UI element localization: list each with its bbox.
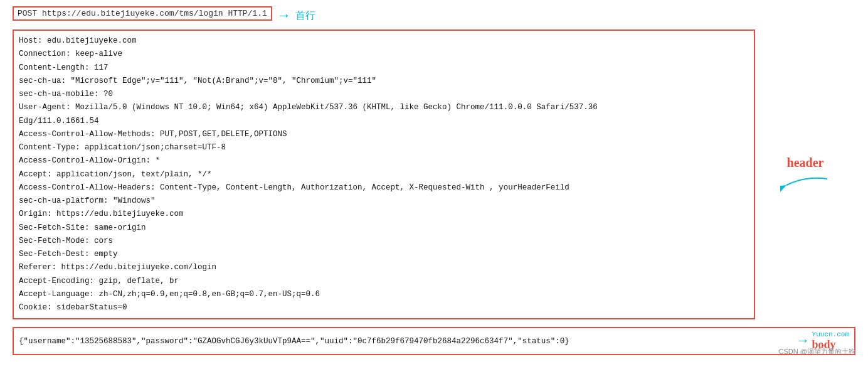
header-label: header — [787, 156, 824, 170]
header-line-12: Access-Control-Allow-Headers: Content-Ty… — [19, 181, 749, 195]
header-line-21: Cookie: sidebarStatus=0 — [19, 301, 749, 314]
header-line-14: Origin: https://edu.bitejiuyeke.com — [19, 208, 749, 221]
main-container: POST https://edu.bitejiuyeke.com/tms/log… — [0, 0, 868, 361]
header-section: Host: edu.bitejiuyeke.com Connection: ke… — [13, 29, 755, 319]
header-line-9: Content-Type: application/json;charset=U… — [19, 141, 749, 154]
first-line-label: 首行 — [295, 9, 315, 23]
first-line-text: POST https://edu.bitejiuyeke.com/tms/log… — [18, 9, 267, 18]
header-line-1: Host: edu.bitejiuyeke.com — [19, 35, 749, 48]
header-line-18: Referer: https://edu.bitejiuyeke.com/log… — [19, 261, 749, 274]
header-annotation: header — [755, 29, 855, 323]
header-line-20: Accept-Language: zh-CN,zh;q=0.9,en;q=0.8… — [19, 288, 749, 301]
first-line-box: POST https://edu.bitejiuyeke.com/tms/log… — [13, 6, 272, 21]
header-line-19: Accept-Encoding: gzip, deflate, br — [19, 275, 749, 288]
header-arrow-icon — [780, 173, 830, 198]
header-line-5: sec-ch-ua-mobile: ?0 — [19, 88, 749, 101]
body-section: {"username":"13525688583","password":"GZ… — [13, 327, 855, 355]
first-line-row: POST https://edu.bitejiuyeke.com/tms/log… — [13, 6, 855, 26]
header-line-13: sec-ch-ua-platform: "Windows" — [19, 195, 749, 208]
header-line-17: Sec-Fetch-Dest: empty — [19, 248, 749, 261]
header-line-15: Sec-Fetch-Site: same-origin — [19, 222, 749, 235]
csdn-watermark: CSDN @渴望力量的土狗 — [779, 347, 855, 356]
header-line-7: Edg/111.0.1661.54 — [19, 115, 749, 128]
first-line-arrow: → — [280, 8, 288, 24]
header-line-11: Accept: application/json, text/plain, */… — [19, 168, 749, 181]
header-line-3: Content-Length: 117 — [19, 61, 749, 75]
header-line-4: sec-ch-ua: "Microsoft Edge";v="111", "No… — [19, 75, 749, 88]
header-line-10: Access-Control-Allow-Origin: * — [19, 154, 749, 168]
header-line-2: Connection: keep-alive — [19, 48, 749, 61]
header-line-6: User-Agent: Mozilla/5.0 (Windows NT 10.0… — [19, 101, 749, 114]
body-text: {"username":"13525688583","password":"GZ… — [19, 337, 786, 346]
header-line-8: Access-Control-Allow-Methods: PUT,POST,G… — [19, 128, 749, 141]
header-line-16: Sec-Fetch-Mode: cors — [19, 235, 749, 248]
yuucn-label: Yuucn.com — [812, 331, 849, 338]
